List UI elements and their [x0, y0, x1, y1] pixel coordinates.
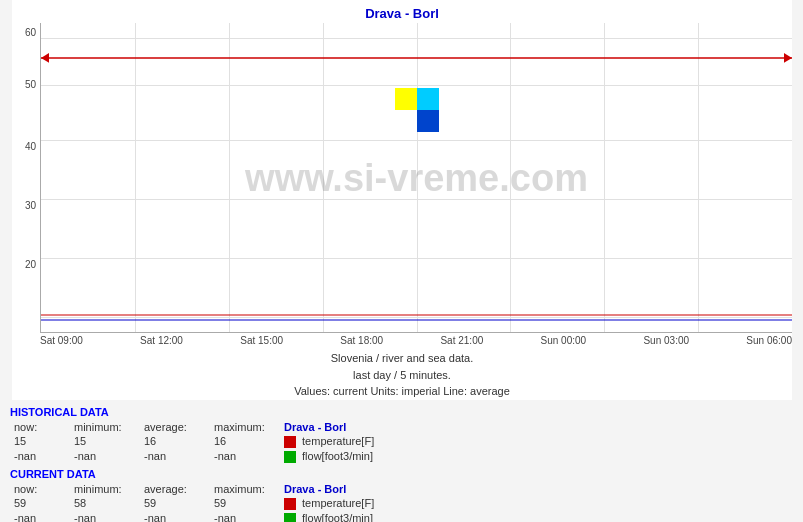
y-label-30: 30: [25, 200, 36, 211]
x-axis-labels: Sat 09:00 Sat 12:00 Sat 15:00 Sat 18:00 …: [12, 333, 792, 346]
x-label-1: Sat 12:00: [140, 335, 183, 346]
chart-title: Drava - Borl: [12, 0, 792, 23]
x-label-7: Sun 06:00: [746, 335, 792, 346]
curr-flow-avg: -nan: [140, 511, 210, 522]
source-info: Slovenia / river and sea data. last day …: [12, 350, 792, 400]
current-row-temp: 59 58 59 59 temperature[F]: [10, 496, 793, 511]
curr-temp-avg: 59: [140, 496, 210, 511]
hist-flow-min: -nan: [70, 449, 140, 464]
hist-temp-max: 16: [210, 434, 280, 449]
graph-wrapper: 60 50 40 30 20: [12, 23, 792, 333]
hist-temp-avg: 16: [140, 434, 210, 449]
watermark-text: www.si-vreme.com: [245, 156, 588, 199]
historical-row-temp: 15 15 16 16 temperature[F]: [10, 434, 793, 449]
curr-temp-now: 59: [10, 496, 70, 511]
y-label-40: 40: [25, 141, 36, 152]
curr-flow-now: -nan: [10, 511, 70, 522]
hist-temp-unit: temperature[F]: [280, 434, 793, 449]
historical-row-flow: -nan -nan -nan -nan flow[foot3/min]: [10, 449, 793, 464]
curr-col-avg: average:: [140, 482, 210, 496]
main-container: Drava - Borl 60 50 40 30 20: [0, 0, 803, 522]
hist-flow-unit: flow[foot3/min]: [280, 449, 793, 464]
x-label-2: Sat 15:00: [240, 335, 283, 346]
logo-icon: [395, 88, 439, 132]
hist-col-avg: average:: [140, 420, 210, 434]
hist-col-now: now:: [10, 420, 70, 434]
x-label-6: Sun 03:00: [643, 335, 689, 346]
y-label-20: 20: [25, 259, 36, 270]
curr-col-now: now:: [10, 482, 70, 496]
graph-inner: www.si-vreme.com: [40, 23, 792, 333]
data-section: HISTORICAL DATA now: minimum: average: m…: [0, 400, 803, 523]
right-arrow: [784, 53, 792, 63]
hist-col-min: minimum:: [70, 420, 140, 434]
svg-rect-0: [395, 88, 417, 110]
x-label-0: Sat 09:00: [40, 335, 83, 346]
source-line3: Values: current Units: imperial Line: av…: [12, 383, 792, 400]
x-label-3: Sat 18:00: [340, 335, 383, 346]
x-label-5: Sun 00:00: [541, 335, 587, 346]
y-axis: 60 50 40 30 20: [12, 23, 40, 333]
curr-flow-unit: flow[foot3/min]: [280, 511, 793, 522]
source-line1: Slovenia / river and sea data.: [12, 350, 792, 367]
curr-station: Drava - Borl: [280, 482, 793, 496]
current-row-flow: -nan -nan -nan -nan flow[foot3/min]: [10, 511, 793, 522]
curr-temp-min: 58: [70, 496, 140, 511]
y-label-60: 60: [25, 27, 36, 38]
historical-title: HISTORICAL DATA: [10, 406, 793, 418]
curr-flow-min: -nan: [70, 511, 140, 522]
curr-temp-unit: temperature[F]: [280, 496, 793, 511]
curr-flow-color: [284, 513, 296, 522]
curr-temp-max: 59: [210, 496, 280, 511]
historical-table: now: minimum: average: maximum: Drava - …: [10, 420, 793, 464]
historical-header-row: now: minimum: average: maximum: Drava - …: [10, 420, 793, 434]
curr-temp-color: [284, 498, 296, 510]
chart-area: Drava - Borl 60 50 40 30 20: [12, 0, 792, 400]
current-header-row: now: minimum: average: maximum: Drava - …: [10, 482, 793, 496]
hist-temp-min: 15: [70, 434, 140, 449]
hist-temp-color: [284, 436, 296, 448]
hist-flow-avg: -nan: [140, 449, 210, 464]
hist-temp-now: 15: [10, 434, 70, 449]
current-table: now: minimum: average: maximum: Drava - …: [10, 482, 793, 522]
source-line2: last day / 5 minutes.: [12, 367, 792, 384]
curr-col-min: minimum:: [70, 482, 140, 496]
left-arrow: [41, 53, 49, 63]
svg-rect-1: [417, 88, 439, 110]
curr-col-max: maximum:: [210, 482, 280, 496]
hist-flow-max: -nan: [210, 449, 280, 464]
curr-flow-max: -nan: [210, 511, 280, 522]
y-label-50: 50: [25, 79, 36, 90]
current-title: CURRENT DATA: [10, 468, 793, 480]
hist-station: Drava - Borl: [280, 420, 793, 434]
x-label-4: Sat 21:00: [440, 335, 483, 346]
hist-flow-color: [284, 451, 296, 463]
hist-flow-now: -nan: [10, 449, 70, 464]
svg-rect-2: [417, 110, 439, 132]
hist-col-max: maximum:: [210, 420, 280, 434]
